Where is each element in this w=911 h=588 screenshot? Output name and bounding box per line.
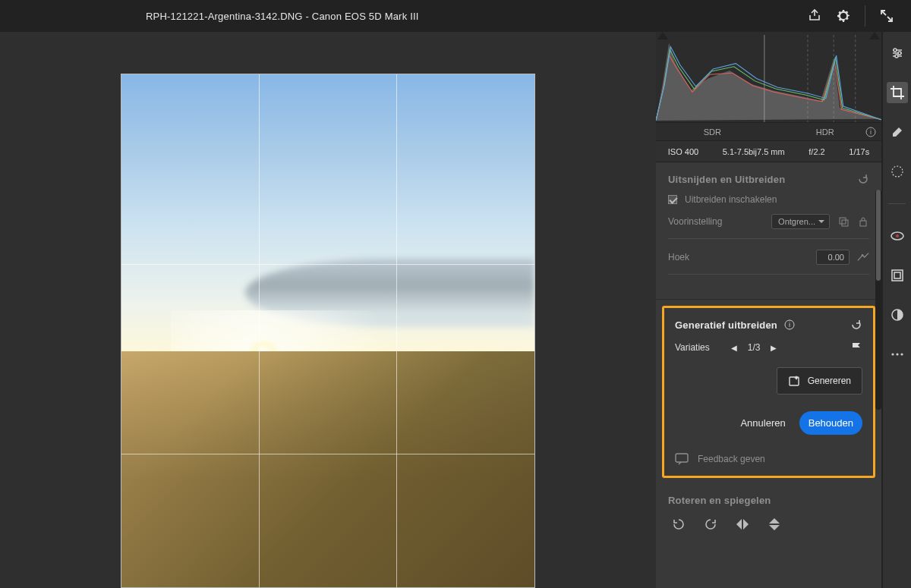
toolbar-divider [865, 5, 865, 27]
mask-tool-icon[interactable] [887, 161, 908, 182]
angle-input[interactable]: 0.00 [816, 250, 850, 265]
window-title: RPH-121221-Argentina-3142.DNG - Canon EO… [146, 11, 419, 22]
preset-row: Voorinstelling Ontgren... [668, 214, 869, 229]
prev-variation-button[interactable]: ◀ [731, 344, 737, 352]
panel-divider [668, 274, 869, 275]
generative-title: Generatief uitbreiden [675, 319, 777, 331]
svg-rect-13 [676, 454, 688, 462]
generate-label: Genereren [808, 376, 851, 386]
image-canvas[interactable] [0, 32, 656, 588]
filename: RPH-121221-Argentina-3142.DNG [146, 11, 303, 22]
generative-actions: Annuleren Behouden [675, 411, 862, 435]
sdr-hdr-selector[interactable]: SDR HDR i [656, 123, 881, 141]
crop-grid-line [259, 74, 260, 587]
exif-aperture: f/2.2 [809, 147, 824, 156]
exif-iso: ISO 400 [668, 147, 698, 156]
crop-panel-title: Uitsnijden en Uitbreiden [668, 174, 785, 185]
svg-rect-8 [860, 221, 866, 226]
svg-rect-20 [892, 270, 903, 281]
crop-grid-line [396, 74, 397, 587]
export-icon[interactable] [807, 8, 822, 24]
photo-crop-frame[interactable] [121, 74, 535, 588]
straighten-icon[interactable] [857, 251, 869, 263]
angle-label: Hoek [668, 252, 809, 263]
flag-icon[interactable] [850, 341, 862, 354]
expand-label: Uitbreiden inschakelen [685, 194, 777, 205]
crop-tool-icon[interactable] [887, 82, 908, 103]
svg-point-17 [892, 166, 903, 177]
exif-row: ISO 400 5.1-7.5bij7.5 mm f/2.2 1/17s [656, 141, 881, 162]
svg-text:i: i [789, 321, 790, 329]
reset-icon[interactable] [857, 173, 869, 185]
exif-shutter: 1/17s [849, 147, 869, 156]
svg-rect-6 [840, 218, 846, 224]
photo-hills [121, 351, 534, 588]
main-area: SDR HDR i ISO 400 5.1-7.5bij7.5 mm f/2.2… [0, 32, 911, 588]
panel-divider [668, 238, 869, 239]
cancel-button[interactable]: Annuleren [740, 417, 785, 429]
svg-text:i: i [870, 128, 872, 136]
preset-select[interactable]: Ontgren... [771, 214, 830, 229]
feedback-label: Feedback geven [698, 454, 765, 464]
svg-point-16 [895, 55, 898, 58]
panel-scrollbar[interactable] [875, 190, 881, 410]
rotate-title: Roteren en spiegelen [668, 495, 771, 506]
generative-expand-panel: Generatief uitbreiden i Variaties ◀ 1/3 … [662, 306, 875, 478]
angle-row: Hoek 0.00 [668, 250, 869, 265]
svg-point-24 [896, 353, 898, 355]
generate-button[interactable]: Genereren [777, 367, 862, 395]
rotate-cw-icon[interactable] [703, 517, 718, 532]
flip-vertical-icon[interactable] [767, 517, 782, 532]
expand-toggle-row[interactable]: Uitbreiden inschakelen [668, 194, 869, 205]
lock-icon[interactable] [857, 215, 869, 228]
right-panel: SDR HDR i ISO 400 5.1-7.5bij7.5 mm f/2.2… [656, 32, 882, 588]
crop-grid-line [121, 454, 534, 454]
svg-rect-21 [894, 272, 900, 278]
tool-strip [882, 32, 911, 588]
rotate-ccw-icon[interactable] [671, 517, 686, 532]
camera-model: Canon EOS 5D Mark III [312, 11, 419, 22]
variations-label: Variaties [675, 342, 710, 353]
histogram[interactable] [656, 32, 881, 123]
svg-rect-7 [842, 220, 848, 226]
exif-focal: 5.1-7.5bij7.5 mm [723, 147, 785, 156]
crop-panel: Uitsnijden en Uitbreiden Uitbreiden insc… [656, 162, 881, 300]
feedback-row[interactable]: Feedback geven [675, 453, 862, 465]
settings-icon[interactable] [836, 8, 851, 24]
top-bar: RPH-121221-Argentina-3142.DNG - Canon EO… [0, 0, 911, 32]
svg-point-14 [894, 49, 897, 52]
svg-point-25 [900, 353, 903, 355]
variation-counter: 1/3 [748, 342, 761, 353]
redeye-tool-icon[interactable] [887, 225, 908, 247]
svg-point-19 [896, 234, 899, 237]
reset-icon[interactable] [850, 319, 862, 331]
svg-point-23 [891, 353, 894, 355]
rotate-panel: Roteren en spiegelen [656, 484, 881, 547]
adjust-tool-icon[interactable] [887, 42, 908, 64]
keep-button[interactable]: Behouden [799, 411, 862, 435]
flip-horizontal-icon[interactable] [735, 517, 750, 532]
svg-point-9 [862, 254, 864, 256]
info-icon[interactable]: i [783, 319, 796, 331]
crop-grid-line [121, 264, 534, 265]
versions-tool-icon[interactable] [887, 304, 908, 325]
sdr-label[interactable]: SDR [656, 127, 769, 137]
more-tool-icon[interactable] [887, 344, 908, 365]
toolstrip-divider [888, 203, 905, 204]
fullscreen-icon[interactable] [879, 8, 894, 24]
preset-label: Voorinstelling [668, 216, 764, 227]
heal-tool-icon[interactable] [887, 121, 908, 143]
expand-checkbox[interactable] [668, 195, 677, 204]
overlay-icon[interactable] [837, 215, 850, 228]
presets-tool-icon[interactable] [887, 265, 908, 286]
variations-row: Variaties ◀ 1/3 ▶ [675, 341, 862, 354]
svg-point-15 [898, 52, 901, 55]
next-variation-button[interactable]: ▶ [771, 344, 777, 352]
scrollbar-thumb[interactable] [876, 190, 881, 281]
info-icon[interactable]: i [865, 126, 877, 138]
